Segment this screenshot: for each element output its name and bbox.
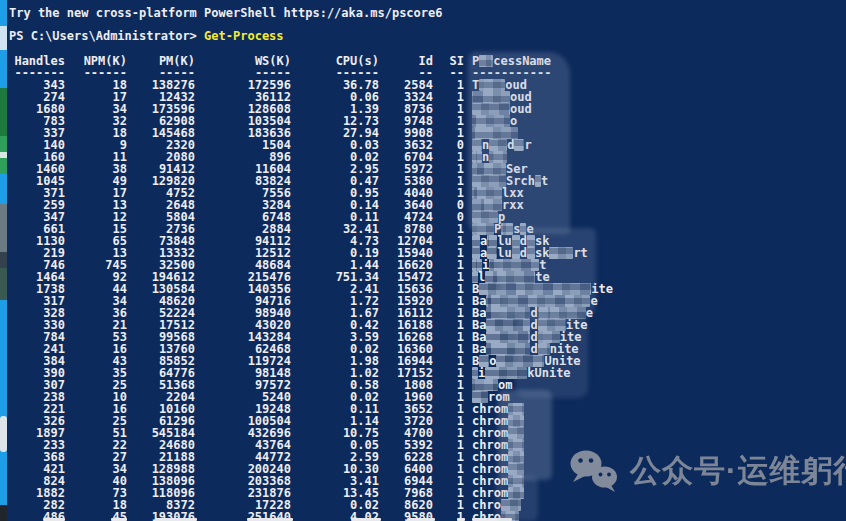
censored-text-mosaic bbox=[489, 259, 539, 271]
censored-text-mosaic bbox=[479, 283, 591, 295]
censored-text-mosaic bbox=[508, 475, 524, 487]
process-name-fragment: r bbox=[524, 138, 531, 152]
censored-text-mosaic bbox=[538, 343, 550, 355]
process-name-cell: ikUnite bbox=[464, 367, 846, 379]
censored-text-mosaic bbox=[479, 79, 505, 91]
powershell-window: Try the new cross-platform PowerShell ht… bbox=[0, 0, 846, 521]
desktop-icon-sliver[interactable] bbox=[0, 204, 7, 252]
censored-text-mosaic bbox=[487, 247, 497, 259]
censored-text-mosaic bbox=[527, 247, 535, 259]
process-name-cell: Bae bbox=[464, 295, 846, 307]
process-name-fragment: te bbox=[535, 270, 549, 284]
process-name-fragment: kUnite bbox=[527, 366, 570, 380]
censored-text-mosaic bbox=[508, 415, 524, 427]
censored-text-mosaic bbox=[486, 295, 590, 307]
process-name-fragment: d bbox=[507, 138, 514, 152]
censored-text-mosaic bbox=[472, 187, 502, 199]
process-name-cell: aludskrt bbox=[464, 247, 846, 259]
desktop-icon-sliver[interactable] bbox=[0, 252, 7, 268]
censored-text-mosaic bbox=[487, 235, 497, 247]
process-name-cell: Bite bbox=[464, 283, 846, 295]
process-name-fragment: rxx bbox=[502, 198, 524, 212]
process-name-cell: ndr bbox=[464, 139, 846, 151]
censored-text-mosaic bbox=[472, 247, 480, 259]
censored-text-mosaic bbox=[508, 463, 524, 475]
censored-text-mosaic bbox=[538, 319, 566, 331]
process-name-cell: chro bbox=[464, 499, 846, 511]
process-name-cell: chrom bbox=[464, 427, 846, 439]
censored-text-mosaic bbox=[535, 175, 541, 187]
process-name-cell: Badite bbox=[464, 331, 846, 343]
pscore-banner: Try the new cross-platform PowerShell ht… bbox=[9, 6, 846, 20]
censored-text-mosaic bbox=[472, 379, 498, 391]
process-name-cell: it bbox=[464, 259, 846, 271]
watermark-text: 公众号·运维躬行录 bbox=[630, 450, 846, 492]
censored-text-mosaic bbox=[472, 223, 494, 235]
process-name-cell: rom bbox=[464, 391, 846, 403]
process-name-cell: o bbox=[464, 115, 846, 127]
process-name-fragment: lu bbox=[497, 246, 511, 260]
process-name-cell: rxx bbox=[464, 199, 846, 211]
censored-text-mosaic bbox=[472, 367, 478, 379]
process-name-fragment: n bbox=[482, 150, 489, 164]
command-get-process: Get-Process bbox=[204, 29, 283, 43]
censored-text-mosaic bbox=[538, 331, 560, 343]
desktop-icon-sliver[interactable] bbox=[0, 88, 7, 136]
censored-text-mosaic bbox=[508, 451, 524, 463]
desktop-edge-strip[interactable] bbox=[0, 0, 7, 521]
censored-text-mosaic bbox=[472, 175, 506, 187]
censored-text-mosaic bbox=[472, 235, 480, 247]
process-name-fragment: T bbox=[472, 78, 479, 92]
censored-text-mosaic bbox=[472, 151, 482, 163]
prompt-path: PS C:\Users\Administrator> bbox=[9, 29, 204, 43]
process-name-cell: oud bbox=[464, 103, 846, 115]
censored-text-mosaic bbox=[485, 367, 527, 379]
censored-text-mosaic bbox=[472, 163, 506, 175]
console-output-area[interactable]: Try the new cross-platform PowerShell ht… bbox=[7, 0, 846, 521]
censored-text-mosaic bbox=[514, 139, 524, 151]
table-cell: 18 bbox=[65, 127, 127, 139]
censored-text-mosaic bbox=[472, 391, 488, 403]
censored-text-mosaic bbox=[472, 259, 482, 271]
desktop-icon-sliver[interactable] bbox=[0, 152, 7, 158]
process-name-cell: om bbox=[464, 379, 846, 391]
censored-text-mosaic bbox=[472, 115, 510, 127]
wechat-icon bbox=[568, 449, 620, 493]
desktop-icon-sliver[interactable] bbox=[0, 505, 7, 521]
censored-text-mosaic bbox=[472, 139, 482, 151]
process-name-fragment: d bbox=[520, 246, 527, 260]
censored-text-mosaic bbox=[479, 355, 489, 367]
censored-text-mosaic bbox=[479, 55, 493, 67]
censored-text-mosaic bbox=[496, 355, 544, 367]
process-name-fragment: i bbox=[478, 366, 485, 380]
desktop-icon-sliver[interactable] bbox=[0, 26, 7, 50]
process-name-fragment: e bbox=[526, 222, 533, 236]
censored-text-mosaic bbox=[512, 247, 520, 259]
process-name-cell: Badite bbox=[464, 319, 846, 331]
process-name-fragment: o bbox=[489, 354, 496, 368]
censored-text-mosaic bbox=[489, 151, 507, 163]
censored-text-mosaic bbox=[501, 223, 513, 235]
censored-text-mosaic bbox=[486, 331, 530, 343]
process-name-cell: Badnite bbox=[464, 343, 846, 355]
censored-text-mosaic bbox=[489, 139, 507, 151]
censored-text-mosaic bbox=[508, 403, 524, 415]
censored-text-mosaic bbox=[472, 211, 498, 223]
prompt-line: PS C:\Users\Administrator> Get-Process bbox=[9, 29, 846, 43]
censored-text-mosaic bbox=[538, 307, 586, 319]
desktop-icon-sliver[interactable] bbox=[0, 268, 7, 300]
censored-text-mosaic bbox=[486, 343, 530, 355]
process-name-fragment: d bbox=[530, 342, 537, 356]
process-name-fragment: rt bbox=[573, 246, 587, 260]
censored-text-mosaic bbox=[486, 319, 530, 331]
process-name-cell: p bbox=[464, 211, 846, 223]
process-name-cell: Pse bbox=[464, 223, 846, 235]
censored-text-mosaic bbox=[472, 91, 510, 103]
censored-text-mosaic bbox=[508, 439, 524, 451]
censored-text-mosaic bbox=[520, 223, 526, 235]
censored-text-mosaic bbox=[472, 199, 502, 211]
censored-text-mosaic bbox=[512, 235, 520, 247]
censored-text-mosaic bbox=[472, 103, 510, 115]
censored-text-mosaic bbox=[486, 307, 530, 319]
desktop-icon-sliver[interactable] bbox=[0, 416, 7, 452]
